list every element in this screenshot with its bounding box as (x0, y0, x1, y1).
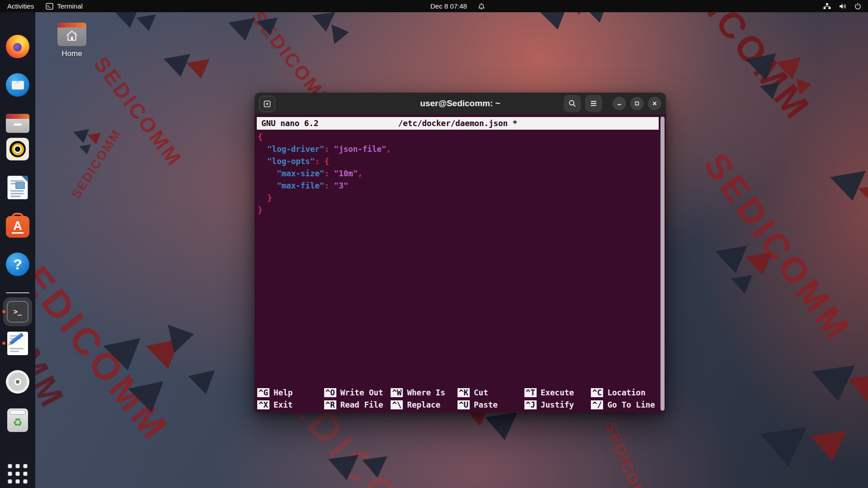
nano-shortcut-bar: ^GHelp^OWrite Out^WWhere Is^KCut^TExecut… (257, 387, 658, 411)
dock-item-libreoffice-writer[interactable] (8, 176, 28, 199)
text-editor-icon (7, 332, 28, 355)
maximize-icon (634, 101, 640, 106)
hamburger-icon (590, 100, 597, 107)
house-icon (65, 29, 79, 42)
terminal-active-highlight: >_ (3, 297, 32, 326)
power-icon (854, 2, 862, 10)
volume-icon (839, 3, 847, 10)
close-icon (652, 101, 657, 106)
dock-item-thunderbird[interactable] (6, 73, 29, 97)
new-tab-icon (263, 99, 272, 108)
nano-shortcut: ^OWrite Out (324, 387, 391, 399)
dock: A ? >_ ♻ (0, 12, 35, 488)
dock-item-ubuntu-software[interactable]: A (6, 216, 29, 238)
app-grid-button[interactable] (8, 464, 28, 483)
code-line: "log-opts": { (258, 155, 666, 168)
trash-icon: ♻ (7, 408, 28, 432)
search-button[interactable] (564, 95, 581, 112)
code-line: "max-size": "10m", (258, 168, 666, 180)
activities-button[interactable]: Activities (7, 2, 34, 10)
dock-item-text-editor[interactable] (7, 332, 28, 355)
terminal-icon: >_ (7, 301, 28, 323)
nano-shortcut: ^JJustify (524, 399, 591, 411)
dock-item-media-disc[interactable] (6, 370, 29, 394)
terminal-content[interactable]: GNU nano 6.2 /etc/docker/daemon.json * {… (255, 114, 666, 413)
dock-item-firefox[interactable] (6, 35, 29, 58)
dock-item-files[interactable] (6, 114, 29, 133)
watermark-text: SEDICOMM (601, 419, 654, 488)
dock-item-terminal[interactable]: >_ (3, 297, 32, 326)
desktop-icon-home[interactable]: Home (54, 23, 90, 58)
dock-item-help[interactable]: ? (6, 253, 29, 276)
menu-button[interactable] (585, 95, 602, 112)
nano-shortcut: ^CLocation (591, 387, 658, 399)
help-icon: ? (6, 253, 29, 276)
top-bar: Activities Terminal Dec 8 07:48 (0, 0, 868, 12)
window-titlebar[interactable]: user@Sedicomm: ~ (255, 93, 666, 114)
dock-item-trash[interactable]: ♻ (7, 408, 28, 432)
files-icon (6, 114, 29, 133)
nano-shortcut: ^TExecute (524, 387, 591, 399)
code-line: } (258, 192, 666, 204)
nano-shortcut: ^RRead File (324, 399, 391, 411)
nano-shortcut: ^UPaste (458, 399, 524, 411)
cd-disc-icon (6, 370, 29, 394)
terminal-scrollbar[interactable] (660, 117, 665, 411)
nano-shortcut: ^/Go To Line (591, 399, 658, 411)
terminal-mini-icon (46, 3, 53, 10)
close-button[interactable] (648, 97, 661, 110)
home-folder-icon (57, 23, 86, 46)
minimize-icon (617, 101, 622, 106)
network-icon (823, 2, 831, 10)
home-label: Home (54, 49, 90, 58)
app-menu-label: Terminal (57, 2, 83, 10)
ubuntu-software-icon: A (6, 216, 29, 238)
app-grid-icon (8, 464, 28, 483)
new-tab-button[interactable] (259, 96, 275, 112)
nano-shortcut: ^\Replace (391, 399, 458, 411)
terminal-running-indicator (2, 310, 5, 313)
nano-code: { "log-driver": "json-file", "log-opts":… (258, 131, 666, 216)
nano-shortcut: ^KCut (458, 387, 524, 399)
thunderbird-icon (6, 73, 29, 97)
app-menu[interactable]: Terminal (46, 2, 83, 10)
code-line: { (258, 131, 666, 143)
dock-separator (6, 292, 29, 293)
code-line: "log-driver": "json-file", (258, 143, 666, 155)
terminal-window[interactable]: user@Sedicomm: ~ (255, 93, 666, 413)
maximize-button[interactable] (630, 97, 644, 110)
rhythmbox-icon (6, 138, 29, 160)
libreoffice-writer-icon (8, 176, 28, 199)
recycle-symbol: ♻ (13, 417, 23, 428)
search-icon (568, 99, 576, 108)
nano-shortcut: ^XExit (257, 399, 324, 411)
nano-titlebar: GNU nano 6.2 /etc/docker/daemon.json * (257, 117, 659, 130)
nano-filename: /etc/docker/daemon.json * (257, 119, 659, 128)
nano-shortcut: ^WWhere Is (391, 387, 458, 399)
nano-shortcut: ^GHelp (257, 387, 324, 399)
clock-area[interactable]: Dec 8 07:48 (430, 2, 485, 10)
minimize-button[interactable] (613, 97, 626, 110)
bell-icon (478, 2, 485, 10)
firefox-icon (6, 35, 29, 58)
dock-item-rhythmbox[interactable] (6, 138, 29, 160)
text-editor-running-indicator (2, 342, 5, 345)
system-status-area[interactable] (823, 2, 862, 10)
code-line: } (258, 204, 666, 216)
code-line: "max-file": "3" (258, 180, 666, 192)
clock: Dec 8 07:48 (430, 2, 467, 10)
